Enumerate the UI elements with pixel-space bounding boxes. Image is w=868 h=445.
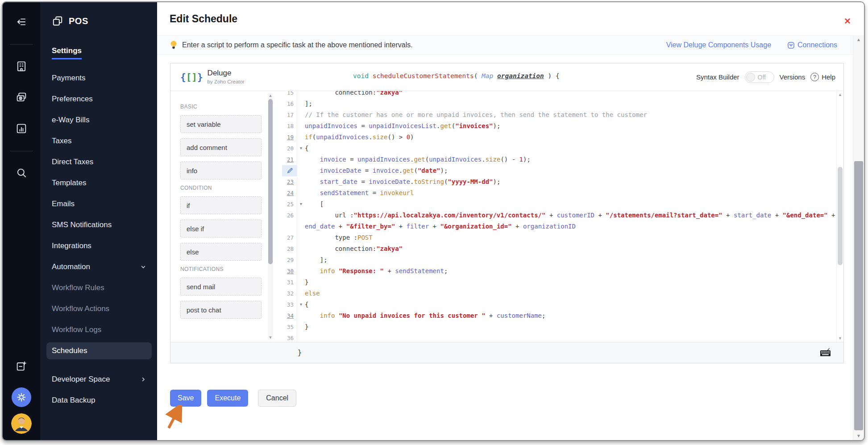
scroll-down-icon[interactable]: ▼ xyxy=(268,335,273,340)
code-line[interactable]: 15 connection:"zakya" xyxy=(282,91,836,98)
code-line[interactable]: 29 ]; xyxy=(282,254,836,266)
fold-spacer xyxy=(297,310,305,321)
sidebar-item-sms-notifications[interactable]: SMS Notifications xyxy=(46,216,152,233)
sidebar-item-automation[interactable]: Automation xyxy=(46,258,152,275)
palette-snippet-info[interactable]: info xyxy=(180,162,262,179)
code-line[interactable]: 36 xyxy=(282,333,836,342)
search-icon[interactable] xyxy=(12,163,31,183)
line-number[interactable]: 24 xyxy=(282,187,297,199)
code-line[interactable]: 30 info "Response: " + sendStatement; xyxy=(282,266,836,277)
sidebar-item-developer-space[interactable]: Developer Space xyxy=(46,371,152,388)
sidebar-item-workflow-logs[interactable]: Workflow Logs xyxy=(46,321,152,338)
fold-spacer xyxy=(297,98,305,109)
code-line[interactable]: 33▼{ xyxy=(282,299,836,310)
code-line[interactable]: 17// If the customer has one or more unp… xyxy=(282,109,836,121)
sidebar-item-schedules[interactable]: Schedules xyxy=(46,342,152,359)
code-line[interactable]: 24 sendStatement = invokeurl xyxy=(282,187,836,199)
execute-button[interactable]: Execute xyxy=(207,390,248,407)
keyboard-icon[interactable] xyxy=(818,347,832,358)
organization-icon[interactable] xyxy=(12,56,31,76)
line-number[interactable]: 34 xyxy=(282,310,297,321)
sidebar-item-payments[interactable]: Payments xyxy=(46,70,152,87)
help-button[interactable]: ? Help xyxy=(810,73,835,81)
code-line[interactable]: 28 connection:"zakya" xyxy=(282,243,836,254)
palette-snippet-else[interactable]: else xyxy=(180,243,262,261)
page-scrollbar[interactable]: ▲ ▼ xyxy=(853,35,864,440)
code-line[interactable]: 32else xyxy=(282,288,836,299)
editor-footer: } xyxy=(170,342,843,363)
scroll-up-icon[interactable]: ▲ xyxy=(268,93,273,98)
user-avatar[interactable] xyxy=(11,413,32,434)
palette-snippet-send-mail[interactable]: send mail xyxy=(180,278,262,295)
code-scroll-thumb[interactable] xyxy=(838,167,843,265)
code-line[interactable]: 19if(unpaidInvoices.size() > 0) xyxy=(282,132,836,143)
code-line[interactable]: invoiceDate = invoice.get("date"); xyxy=(282,165,836,176)
line-number[interactable]: 30 xyxy=(282,266,297,277)
code-line[interactable]: 21 invoice = unpaidInvoices.get(unpaidIn… xyxy=(282,154,836,165)
sidebar-item-templates[interactable]: Templates xyxy=(46,175,152,191)
code-line[interactable]: 35} xyxy=(282,321,836,333)
palette-snippet-post-to-chat[interactable]: post to chat xyxy=(180,301,262,319)
code-editor[interactable]: 15 connection:"zakya"16];17// If the cus… xyxy=(282,91,836,342)
line-number[interactable]: 23 xyxy=(282,176,297,187)
code-line[interactable]: 23 start_date = invoiceDate.toString("yy… xyxy=(282,176,836,187)
scroll-down-icon[interactable]: ▼ xyxy=(837,336,843,341)
toggle-knob xyxy=(746,73,755,82)
palette-snippet-else-if[interactable]: else if xyxy=(180,220,262,237)
close-icon[interactable]: × xyxy=(844,16,851,26)
sidebar-item-settings[interactable]: Settings xyxy=(46,42,152,63)
code-line[interactable]: 31} xyxy=(282,277,836,288)
reports-icon[interactable] xyxy=(12,119,31,138)
view-deluge-usage-link[interactable]: View Deluge Components Usage xyxy=(666,41,771,49)
line-gutter-pencil[interactable] xyxy=(282,165,297,176)
line-number[interactable]: 19 xyxy=(282,132,297,143)
fold-spacer xyxy=(297,154,305,165)
palette-snippet-if[interactable]: if xyxy=(180,196,262,214)
hint-text: Enter a script to perform a specific tas… xyxy=(182,41,413,49)
sidebar-item-taxes[interactable]: Taxes xyxy=(46,133,152,150)
code-line[interactable]: 26 url :"https://api.localzakya.com/inve… xyxy=(282,210,836,221)
fold-toggle-icon[interactable]: ▼ xyxy=(297,143,305,154)
palette-scrollbar[interactable]: ▲ ▼ xyxy=(268,93,273,340)
palette-snippet-add-comment[interactable]: add comment xyxy=(180,138,262,156)
scroll-up-icon[interactable]: ▲ xyxy=(837,92,843,97)
scroll-down-icon[interactable]: ▼ xyxy=(853,433,864,438)
settings-sidebar: POS SettingsPaymentsPreferencese-Way Bil… xyxy=(40,2,157,440)
rail-divider xyxy=(10,44,33,45)
syntax-builder-toggle[interactable]: Off xyxy=(745,71,774,83)
new-document-icon[interactable] xyxy=(12,356,31,376)
code-line[interactable]: 27 type :POST xyxy=(282,232,836,243)
scroll-up-icon[interactable]: ▲ xyxy=(853,37,864,42)
cancel-button[interactable]: Cancel xyxy=(258,390,296,407)
code-line[interactable]: 18unpaidInvoices = unpaidInvoicesList.ge… xyxy=(282,121,836,132)
edit-pencil-icon[interactable] xyxy=(287,167,293,174)
code-line[interactable]: 20▼{ xyxy=(282,143,836,154)
sidebar-item-e-way-bills[interactable]: e-Way Bills xyxy=(46,112,152,129)
sidebar-item-emails[interactable]: Emails xyxy=(46,195,152,212)
sidebar-item-integrations[interactable]: Integrations xyxy=(46,237,152,254)
page-scroll-thumb[interactable] xyxy=(854,161,863,430)
sidebar-item-preferences[interactable]: Preferences xyxy=(46,91,152,108)
code-line[interactable]: 16]; xyxy=(282,98,836,109)
code-line[interactable]: 34 info "No unpaid invoices for this cus… xyxy=(282,310,836,321)
sidebar-item-workflow-rules[interactable]: Workflow Rules xyxy=(46,279,152,296)
save-button[interactable]: Save xyxy=(170,390,201,407)
connections-link[interactable]: Connections xyxy=(787,41,837,49)
code-line[interactable]: 25▼ [ xyxy=(282,199,836,210)
page-title: Edit Schedule xyxy=(170,13,237,25)
sidebar-item-direct-taxes[interactable]: Direct Taxes xyxy=(46,154,152,171)
collapse-icon[interactable] xyxy=(12,12,31,32)
versions-button[interactable]: Versions xyxy=(780,73,806,81)
action-bar: Save Execute Cancel xyxy=(170,390,296,407)
sidebar-item-workflow-actions[interactable]: Workflow Actions xyxy=(46,300,152,317)
code-line[interactable]: end_date + "&filter_by=" + filter + "&or… xyxy=(282,221,836,232)
code-scrollbar[interactable]: ▲ ▼ xyxy=(836,91,843,342)
palette-scroll-thumb[interactable] xyxy=(268,99,273,264)
sidebar-item-data-backup[interactable]: Data Backup xyxy=(46,392,152,409)
line-number[interactable]: 21 xyxy=(282,154,297,165)
fold-toggle-icon[interactable]: ▼ xyxy=(297,299,305,310)
settings-gear-icon[interactable] xyxy=(12,387,31,407)
fold-toggle-icon[interactable]: ▼ xyxy=(297,199,305,210)
palette-snippet-set-variable[interactable]: set variable xyxy=(180,115,262,133)
payments-icon[interactable] xyxy=(12,87,31,107)
